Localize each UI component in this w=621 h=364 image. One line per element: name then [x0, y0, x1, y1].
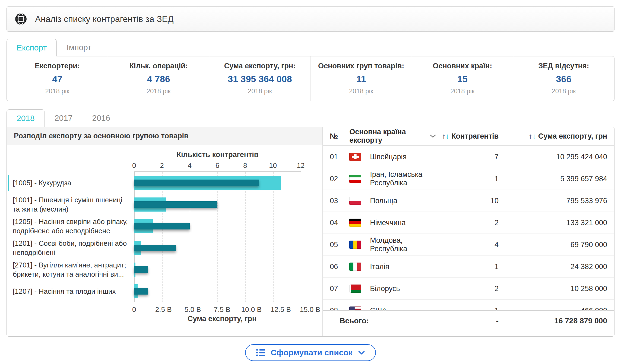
stat-exporters: Експортери: 47 2018 рік [7, 56, 108, 101]
stat-product-groups: Основних груп товарів: 11 2018 рік [310, 56, 412, 101]
stat-operations: Кільк. операцій: 4 786 2018 рік [108, 56, 209, 101]
table-row[interactable]: 04Німеччина2133 321 000 [323, 212, 614, 234]
chart-bars [134, 195, 310, 214]
stat-value: 47 [9, 74, 106, 84]
stat-label: Основних країн: [414, 62, 511, 70]
switzerland-flag-icon [349, 153, 361, 161]
counterparties-count: 1 [436, 306, 499, 311]
bottom-axis-tick: 10.0 В [241, 305, 262, 314]
top-axis-label: Кількість контрагентів [134, 147, 301, 160]
counterparty-count-bar[interactable] [134, 180, 259, 186]
stat-no-fea: ЗЕД відсутня: 366 2018 рік [513, 56, 614, 101]
main-tabs: Експорт Імпорт [7, 39, 614, 56]
export-sum: 10 295 424 040 [499, 153, 607, 161]
chart-category-row: [1205] - Насіння свиріпи або ріпаку, под… [7, 215, 310, 237]
top-axis-tick: 0 [132, 161, 136, 170]
stat-value: 4 786 [110, 74, 207, 84]
chart-category-label: [1001] - Пшениця і суміш пшениці та жита… [7, 195, 134, 214]
table-row[interactable]: 01Швейцарія710 295 424 040 [323, 146, 614, 168]
country-cell: Білорусь [349, 285, 436, 293]
export-sum: 10 258 000 [499, 285, 607, 293]
counterparty-count-bar[interactable] [134, 266, 148, 273]
country-cell: Польща [349, 197, 436, 205]
top-axis-ticks: 024681012 [134, 160, 310, 172]
stat-period: 2018 рік [9, 87, 106, 95]
export-sum: 795 533 976 [499, 197, 607, 205]
stat-period: 2018 рік [414, 87, 511, 95]
bottom-axis-ticks: 02.5 В5.0 В7.5 В10.0 В12.5 В15.0 В [134, 302, 310, 315]
tab-import[interactable]: Імпорт [57, 39, 101, 56]
counterparty-count-bar[interactable] [134, 288, 148, 295]
bottom-axis-tick: 0 [132, 305, 136, 314]
chart-category-row: [2701] - Вугілля кам’яне, антрацит; брик… [7, 259, 310, 280]
stat-label: Експортери: [9, 62, 106, 70]
stats-panel: Експортери: 47 2018 рік Кільк. операцій:… [7, 56, 614, 101]
table-footer: Всього: - 16 728 879 000 [323, 310, 614, 331]
stat-period: 2018 рік [110, 87, 207, 95]
chart-area: Кількість контрагентів 024681012 [1005] … [7, 145, 322, 336]
chart-category-row: [1201] - Соєві боби, подрібнені або непо… [7, 237, 310, 259]
chart-category-row: [1207] - Насіння та плоди інших [7, 280, 310, 302]
row-number: 07 [330, 285, 349, 293]
year-tabs: 2018 2017 2016 [7, 109, 614, 127]
col-header-sum-label: Сума експорту, грн [538, 132, 607, 141]
chart-category-row: [1005] - Кукурудза [7, 172, 310, 194]
bottom-axis-tick: 5.0 В [185, 305, 201, 314]
sort-icon: ↑↓ [529, 132, 536, 141]
stat-label: Основних груп товарів: [313, 62, 410, 70]
stat-period: 2018 рік [313, 87, 410, 95]
top-axis-tick: 8 [243, 161, 247, 170]
chart-bars [134, 216, 310, 236]
chart-title: Розподіл експорту за основною групою тов… [7, 127, 322, 145]
tab-year-2016[interactable]: 2016 [83, 109, 120, 127]
italy-flag-icon [349, 263, 361, 271]
table-body: 01Швейцарія710 295 424 04002Іран, Ісламс… [323, 146, 614, 310]
country-cell: США [349, 306, 436, 311]
table-row[interactable]: 02Іран, Ісламська Республіка15 399 657 9… [323, 168, 614, 190]
chart-bars [134, 282, 310, 301]
counterparty-count-bar[interactable] [134, 223, 190, 229]
row-number: 08 [330, 306, 349, 311]
page-title: Аналіз списку контрагентів за ЗЕД [35, 14, 173, 24]
counterparties-count: 1 [436, 263, 499, 271]
table-row[interactable]: 03Польща10795 533 976 [323, 190, 614, 212]
table-row[interactable]: 06Італія124 382 000 [323, 256, 614, 278]
tab-year-2018[interactable]: 2018 [7, 109, 45, 127]
row-number: 03 [330, 197, 349, 205]
counterparty-count-bar[interactable] [134, 245, 176, 251]
row-number: 01 [330, 153, 349, 161]
total-label: Всього: [340, 317, 369, 325]
top-axis-tick: 6 [216, 161, 219, 170]
table-row[interactable]: 08США1466 000 [323, 300, 614, 310]
counterparties-count: 7 [436, 153, 499, 161]
tab-year-2017[interactable]: 2017 [45, 109, 83, 127]
stat-period: 2018 рік [515, 87, 612, 95]
stat-main-countries: Основних країн: 15 2018 рік [412, 56, 513, 101]
row-number: 06 [330, 263, 349, 271]
col-header-sum[interactable]: ↑↓ Сума експорту, грн [499, 132, 607, 141]
moldova-flag-icon [349, 241, 361, 249]
countries-table: № Основна країна експорту ↑↓ Контрагенті… [323, 127, 614, 336]
content-panel: Розподіл експорту за основною групою тов… [7, 127, 614, 337]
country-cell: Іран, Ісламська Республіка [349, 170, 436, 187]
tab-export[interactable]: Експорт [7, 39, 57, 56]
chart-bars [134, 173, 310, 193]
chart-category-label: [2701] - Вугілля кам’яне, антрацит; брик… [7, 260, 134, 279]
col-header-counterparties[interactable]: ↑↓ Контрагентів [436, 132, 499, 141]
col-header-country[interactable]: Основна країна експорту [349, 128, 436, 145]
counterparties-count: 2 [436, 219, 499, 227]
counterparties-count: 10 [436, 197, 499, 205]
row-number: 02 [330, 175, 349, 183]
bottom-axis-tick: 2.5 В [155, 305, 172, 314]
counterparty-count-bar[interactable] [134, 201, 217, 208]
bottom-axis-tick: 15.0 В [300, 305, 320, 314]
list-icon [256, 349, 265, 357]
top-axis-tick: 2 [160, 161, 164, 170]
table-row[interactable]: 07Білорусь210 258 000 [323, 278, 614, 300]
belarus-flag-icon [349, 285, 361, 293]
generate-list-button[interactable]: Сформувати список [245, 344, 376, 361]
table-row[interactable]: 05Молдова, Республіка469 790 000 [323, 234, 614, 256]
chevron-down-icon [358, 350, 365, 355]
poland-flag-icon [349, 197, 361, 205]
export-sum: 133 321 000 [499, 219, 607, 227]
